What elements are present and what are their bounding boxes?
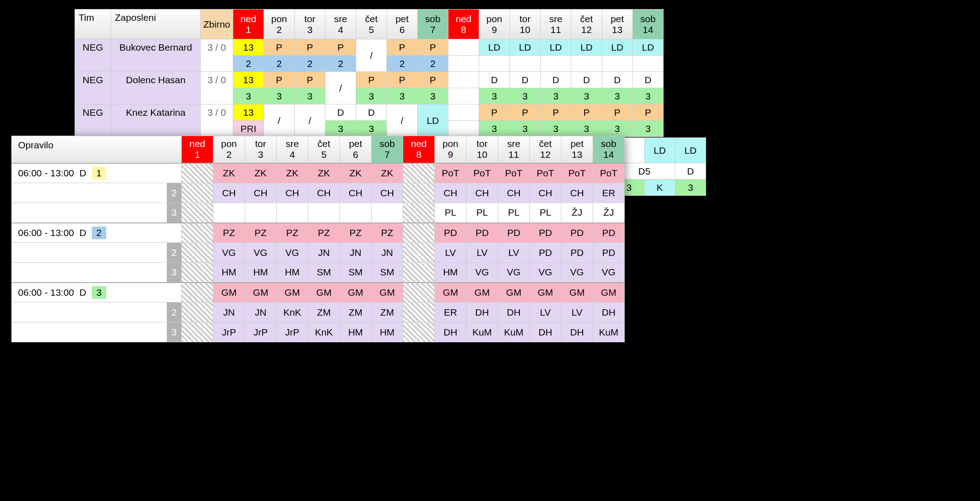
shift-sub-cell[interactable]: 3 [233,88,264,104]
assignment-cell[interactable]: CH [340,183,372,203]
assignment-cell[interactable] [213,203,245,223]
assignment-cell[interactable]: JrP [213,322,245,342]
shift-sub-cell[interactable]: 3 [602,88,633,104]
assignment-cell[interactable]: KnK [277,302,308,322]
shift-cell[interactable]: D [675,163,706,180]
assignment-cell[interactable]: PD [466,223,498,243]
assignment-cell[interactable] [403,302,435,322]
task-subrow-cell[interactable]: 3 [12,203,182,223]
shift-cell[interactable]: D [602,72,633,88]
assignment-cell[interactable] [182,203,213,223]
team-cell[interactable]: NEG [75,72,111,104]
assignment-cell[interactable]: ZM [308,302,340,322]
assignment-cell[interactable]: PL [466,203,498,223]
assignment-cell[interactable]: CH [530,183,561,203]
assignment-cell[interactable]: PD [530,243,561,263]
shift-sub-cell[interactable]: 2 [387,56,418,72]
task-subrow-cell[interactable]: 2 [12,302,182,322]
assignment-cell[interactable]: CH [435,183,466,203]
employee-cell[interactable]: Bukovec Bernard [111,39,201,72]
assignment-cell[interactable]: GM [340,283,372,302]
shift-sub-cell[interactable]: 2 [325,56,356,72]
assignment-cell[interactable]: PL [435,203,466,223]
shift-sub-cell[interactable] [633,56,664,72]
assignment-cell[interactable]: GM [213,283,245,302]
assignment-cell[interactable]: KnK [308,322,340,342]
task-subrow-cell[interactable]: 3 [12,263,182,283]
shift-sub-cell[interactable] [510,56,541,72]
assignment-cell[interactable]: CH [498,183,530,203]
assignment-cell[interactable]: ZK [245,163,277,183]
task-subrow-cell[interactable]: 2 [12,243,182,263]
assignment-cell[interactable]: CH [372,183,403,203]
shift-sub-cell[interactable] [571,56,602,72]
task-cell[interactable]: 06:00 - 13:00D2 [12,223,182,243]
assignment-cell[interactable]: ŽJ [561,203,593,223]
shift-cell[interactable]: LD [675,138,706,163]
assignment-cell[interactable]: ZM [372,302,403,322]
shift-cell[interactable]: P [295,39,325,56]
shift-cell[interactable]: P [510,104,541,121]
employee-cell[interactable]: Dolenc Hasan [111,72,201,104]
col-day-8[interactable]: ned8 [448,9,479,39]
shift-sub-cell[interactable]: 3 [479,121,510,137]
shift-cell[interactable]: 13 [233,72,264,88]
fg-col-day-3[interactable]: tor3 [245,136,277,163]
assignment-cell[interactable] [403,223,435,243]
assignment-cell[interactable]: PD [561,223,593,243]
assignment-cell[interactable]: ZK [277,163,308,183]
assignment-cell[interactable]: VG [245,243,277,263]
assignment-cell[interactable]: ZK [372,163,403,183]
assignment-cell[interactable]: CH [277,183,308,203]
shift-sub-cell[interactable] [448,88,479,104]
assignment-cell[interactable] [403,183,435,203]
assignment-cell[interactable]: HM [245,263,277,283]
fg-col-day-4[interactable]: sre4 [277,136,308,163]
assignment-cell[interactable]: PZ [245,223,277,243]
shift-sub-cell[interactable]: 2 [418,56,448,72]
shift-sub-cell[interactable]: 3 [418,88,448,104]
assignment-cell[interactable]: JN [372,243,403,263]
assignment-cell[interactable]: VG [498,263,530,283]
employee-cell[interactable]: Knez Katarina [111,104,201,137]
shift-cell[interactable]: P [602,104,633,121]
shift-cell[interactable]: LD [571,39,602,56]
shift-cell[interactable]: 13 [233,104,264,121]
assignment-cell[interactable] [403,163,435,183]
assignment-cell[interactable]: PD [561,243,593,263]
team-cell[interactable]: NEG [75,39,111,72]
shift-cell[interactable]: P [571,104,602,121]
assignment-cell[interactable]: PZ [308,223,340,243]
shift-sub-cell[interactable]: 3 [602,121,633,137]
shift-cell[interactable]: P [295,72,325,88]
assignment-cell[interactable]: DH [561,322,593,342]
assignment-cell[interactable]: ER [435,302,466,322]
task-cell[interactable]: 06:00 - 13:00D1 [12,163,182,183]
shift-cell[interactable]: LD [510,39,541,56]
assignment-cell[interactable]: LV [530,302,561,322]
assignment-cell[interactable]: VG [593,263,625,283]
assignment-cell[interactable]: GM [245,283,277,302]
assignment-cell[interactable]: PZ [213,223,245,243]
shift-cell[interactable]: D [325,104,356,121]
assignment-cell[interactable]: ŽJ [593,203,625,223]
assignment-cell[interactable]: PoT [593,163,625,183]
assignment-cell[interactable] [403,283,435,302]
assignment-cell[interactable]: DH [530,322,561,342]
shift-sub-cell[interactable]: 3 [571,88,602,104]
assignment-cell[interactable]: HM [340,322,372,342]
assignment-cell[interactable]: ZK [213,163,245,183]
task-subrow-cell[interactable]: 2 [12,183,182,203]
shift-cell[interactable] [448,39,479,56]
col-day-10[interactable]: tor10 [510,9,541,39]
assignment-cell[interactable]: JN [308,243,340,263]
col-day-6[interactable]: pet6 [387,9,418,39]
assignment-cell[interactable]: ER [593,183,625,203]
shift-sub-cell[interactable] [448,121,479,137]
assignment-cell[interactable] [182,183,213,203]
shift-cell[interactable]: / [387,104,418,137]
fg-col-day-2[interactable]: pon2 [213,136,245,163]
shift-sub-cell[interactable]: 2 [264,56,295,72]
assignment-cell[interactable]: KuM [466,322,498,342]
assignment-cell[interactable]: SM [308,263,340,283]
